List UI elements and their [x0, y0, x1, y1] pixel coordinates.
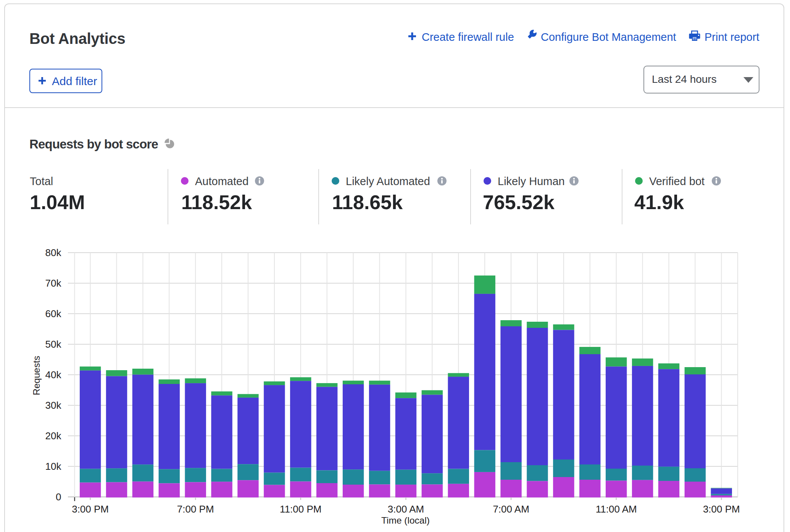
svg-text:3:00 PM: 3:00 PM — [703, 503, 740, 515]
svg-text:3:00 AM: 3:00 AM — [388, 503, 424, 515]
svg-text:7:00 PM: 7:00 PM — [177, 503, 214, 515]
svg-text:3:00 PM: 3:00 PM — [72, 503, 109, 515]
svg-text:30k: 30k — [45, 400, 62, 411]
svg-text:40k: 40k — [45, 369, 62, 380]
svg-text:11:00 AM: 11:00 AM — [596, 503, 637, 515]
svg-text:20k: 20k — [45, 430, 62, 442]
svg-text:7:00 AM: 7:00 AM — [493, 503, 529, 515]
svg-text:Time (local): Time (local) — [381, 515, 430, 526]
svg-text:60k: 60k — [45, 308, 62, 319]
svg-text:70k: 70k — [45, 277, 62, 289]
svg-text:50k: 50k — [45, 339, 62, 350]
svg-text:Requests: Requests — [31, 356, 42, 395]
svg-text:80k: 80k — [45, 247, 62, 258]
svg-text:10k: 10k — [45, 461, 62, 472]
svg-text:0: 0 — [56, 491, 61, 503]
svg-text:11:00 PM: 11:00 PM — [280, 503, 321, 515]
